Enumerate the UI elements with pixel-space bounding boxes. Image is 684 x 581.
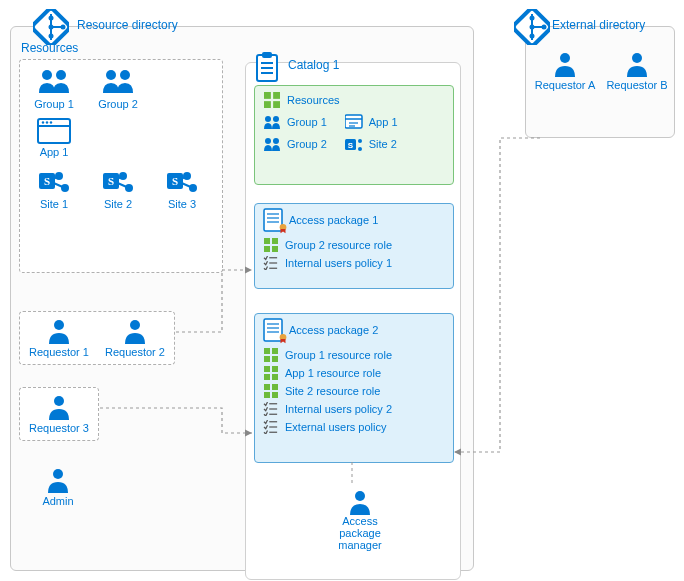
person-icon (122, 318, 148, 344)
access-package-manager-label: Access package manager (320, 515, 400, 551)
external-directory-title: External directory (552, 18, 645, 32)
resources-grid-icon (263, 238, 279, 252)
resource-group: Group 1 (24, 66, 84, 110)
resource-label: Group 2 (98, 98, 138, 110)
access-package-title: Access package 2 (289, 324, 378, 336)
policy-row: Internal users policy 2 (255, 400, 453, 418)
internal-requestors-box-1: Requestor 1 Requestor 2 (19, 311, 175, 365)
resource-group: Group 2 (88, 66, 148, 110)
person-icon (624, 51, 650, 77)
app-icon (37, 118, 71, 144)
catalog-icon (254, 51, 280, 83)
policy-label: Internal users policy 1 (285, 257, 392, 269)
catalog-resources-label: Resources (287, 94, 340, 106)
requestor-label: Requestor 2 (105, 346, 165, 358)
site-icon (345, 136, 363, 152)
group-icon (263, 114, 281, 130)
resources-grid-icon (263, 384, 279, 398)
role-label: Group 1 resource role (285, 349, 392, 361)
requestor-label: Requestor 1 (29, 346, 89, 358)
site-icon (103, 166, 133, 196)
group-icon (101, 66, 135, 96)
catalog-title: Catalog 1 (288, 58, 339, 72)
resource-site: Site 3 (152, 166, 212, 210)
admin-label: Admin (42, 495, 73, 507)
catalog-resources-panel: Resources Group 1 Group 2 App (254, 85, 454, 185)
ribbon-icon (278, 334, 288, 344)
person-icon (46, 394, 72, 420)
resource-label: Site 2 (104, 198, 132, 210)
role-row: Site 2 resource role (255, 382, 453, 400)
access-package-1: Access package 1 Group 2 resource role I… (254, 203, 454, 289)
requestor-label: Requestor A (535, 79, 596, 91)
role-label: App 1 resource role (285, 367, 381, 379)
package-icon (263, 208, 285, 232)
role-row: Group 1 resource role (255, 346, 453, 364)
catalog-resource: App 1 (345, 114, 398, 130)
catalog-resource-label: Group 1 (287, 116, 327, 128)
resources-grid-icon (263, 366, 279, 380)
resources-panel: Group 1 Group 2 App 1 Site 1 Site 2 (19, 59, 223, 273)
group-icon (37, 66, 71, 96)
catalog-resource: Group 2 (263, 136, 327, 152)
directory-icon (514, 9, 550, 45)
app-icon (345, 114, 363, 130)
policy-icon (263, 256, 279, 270)
internal-requestors-box-2: Requestor 3 (19, 387, 99, 441)
role-label: Group 2 resource role (285, 239, 392, 251)
resource-label: Group 1 (34, 98, 74, 110)
policy-label: External users policy (285, 421, 387, 433)
catalog-resource: Site 2 (345, 136, 398, 152)
external-directory-panel: External directory Requestor A Requestor… (525, 26, 675, 138)
role-label: Site 2 resource role (285, 385, 380, 397)
resource-app: App 1 (24, 118, 84, 158)
role-row: Group 2 resource role (255, 236, 453, 254)
resource-site: Site 1 (24, 166, 84, 210)
catalog-resource: Group 1 (263, 114, 327, 130)
policy-icon (263, 420, 279, 434)
role-row: App 1 resource role (255, 364, 453, 382)
resource-directory-title: Resource directory (77, 18, 178, 32)
policy-icon (263, 402, 279, 416)
policy-row: Internal users policy 1 (255, 254, 453, 272)
directory-icon (33, 9, 69, 45)
ribbon-icon (278, 224, 288, 234)
policy-row: External users policy (255, 418, 453, 436)
resource-label: Site 3 (168, 198, 196, 210)
resources-grid-icon (263, 348, 279, 362)
requestor: Requestor 2 (104, 318, 166, 358)
resource-label: App 1 (40, 146, 69, 158)
resources-grid-icon (263, 92, 281, 108)
resource-label: Site 1 (40, 198, 68, 210)
requestor-label: Requestor 3 (29, 422, 89, 434)
external-requestor: Requestor A (534, 51, 596, 91)
catalog-panel: Catalog 1 Resources Group 1 Group 2 (245, 62, 461, 580)
requestor: Requestor 3 (28, 394, 90, 434)
resources-label: Resources (21, 41, 78, 55)
access-package-title: Access package 1 (289, 214, 378, 226)
catalog-resource-label: Group 2 (287, 138, 327, 150)
external-requestor: Requestor B (606, 51, 668, 91)
person-icon (45, 467, 71, 493)
group-icon (263, 136, 281, 152)
policy-label: Internal users policy 2 (285, 403, 392, 415)
catalog-resource-label: App 1 (369, 116, 398, 128)
requestor: Requestor 1 (28, 318, 90, 358)
requestor-label: Requestor B (606, 79, 667, 91)
person-icon (347, 489, 373, 515)
person-icon (552, 51, 578, 77)
access-package-manager: Access package manager (320, 489, 400, 551)
resource-site: Site 2 (88, 166, 148, 210)
site-icon (167, 166, 197, 196)
access-package-2: Access package 2 Group 1 resource role A… (254, 313, 454, 463)
site-icon (39, 166, 69, 196)
resource-directory-panel: Resource directory Resources Group 1 Gro… (10, 26, 474, 571)
person-icon (46, 318, 72, 344)
package-icon (263, 318, 285, 342)
catalog-resource-label: Site 2 (369, 138, 397, 150)
admin: Admin (27, 467, 89, 507)
